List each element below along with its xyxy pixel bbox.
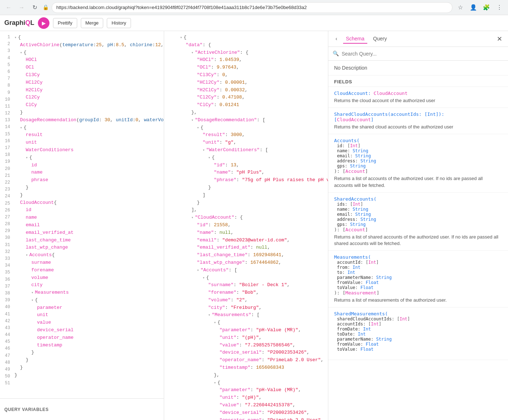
sharedaccounts-field-name[interactable]: SharedAccounts( xyxy=(334,196,502,202)
result-content: ▾{ "data": { ▾"ActiveChlorine": { "HOCl"… xyxy=(177,31,328,420)
result-line-numbers xyxy=(164,31,177,420)
schema-close-button[interactable]: ✕ xyxy=(495,34,504,44)
search-icon: 🔍 xyxy=(333,51,339,57)
result-panel[interactable]: ▾{ "data": { ▾"ActiveChlorine": { "HOCl"… xyxy=(164,31,328,420)
sharedmeasurements-field-name[interactable]: SharedMeasurements( xyxy=(334,311,502,316)
accounts-field-name[interactable]: Accounts( xyxy=(334,138,502,143)
app-header: GraphiQL ▶ Prettify Merge History xyxy=(0,15,508,31)
lock-icon: 🔒 xyxy=(43,4,49,10)
prettify-button[interactable]: Prettify xyxy=(53,18,77,28)
schema-field-sharedcloudaccounts: SharedCloudAccounts(accountIds: [Int]): … xyxy=(328,108,508,134)
sharedaccounts-return-type: ): [Account] xyxy=(334,227,502,232)
sharedmeasurements-field-desc xyxy=(334,353,502,356)
bookmark-button[interactable]: ☆ xyxy=(455,3,465,13)
measurements-field-desc: Returns a list of measurements of the au… xyxy=(334,297,502,303)
schema-field-cloudaccount: CloudAccount: CloudAccount Returns the c… xyxy=(328,87,508,108)
accounts-return-type: ): [Account] xyxy=(334,169,502,174)
query-editor[interactable]: ▾{ ActiveChlorine(temperature:25, pH:8.5… xyxy=(13,31,164,398)
fields-section-label: FIELDS xyxy=(328,75,508,87)
schema-panel: ‹ Schema Query ✕ 🔍 No Description FIELDS… xyxy=(328,31,508,420)
address-bar[interactable] xyxy=(52,2,452,13)
accounts-field-desc: Returns a list of accounts of the author… xyxy=(334,175,502,188)
back-button[interactable]: ← xyxy=(4,3,14,13)
sharedcloudaccounts-field-desc: Returns the shared cloud accounts of the… xyxy=(334,124,502,130)
schema-panel-header: ‹ Schema Query ✕ xyxy=(328,31,508,47)
schema-back-button[interactable]: ‹ xyxy=(333,34,340,44)
forward-button[interactable]: → xyxy=(17,3,27,13)
accounts-field-args: id: [Int] name: String email: String add… xyxy=(334,143,502,169)
editor-content[interactable]: 12345 678910 1112131415 1617181920 21222… xyxy=(0,31,164,398)
query-variables-section[interactable]: QUERY VARIABLES xyxy=(0,398,164,420)
query-variables-label: QUERY VARIABLES xyxy=(4,407,49,412)
schema-field-accounts: Accounts( id: [Int] name: String email: … xyxy=(328,134,508,192)
schema-field-sharedaccounts: SharedAccounts( ids: [Int] name: String … xyxy=(328,193,508,251)
measurements-return-type: ): [Measurement] xyxy=(334,290,502,296)
no-description-text: No Description xyxy=(328,61,508,75)
run-button[interactable]: ▶ xyxy=(38,17,49,29)
sharedaccounts-field-args: ids: [Int] name: String email: String ad… xyxy=(334,202,502,227)
schema-field-sharedmeasurements: SharedMeasurements( sharedCloudAccountId… xyxy=(328,307,508,360)
measurements-field-args: accountId: [Int] from: Int to: Int param… xyxy=(334,260,502,290)
reload-button[interactable]: ↻ xyxy=(30,3,40,13)
measurements-field-name[interactable]: Measurements( xyxy=(334,254,502,260)
main-layout: 12345 678910 1112131415 1617181920 21222… xyxy=(0,31,508,420)
profile-button[interactable]: 👤 xyxy=(468,3,478,13)
cloudaccount-field-name[interactable]: CloudAccount: CloudAccount xyxy=(334,91,502,96)
sharedaccounts-field-desc: Returns a list of shared accounts of the… xyxy=(334,234,502,247)
history-button[interactable]: History xyxy=(107,18,131,28)
schema-search-bar: 🔍 xyxy=(328,47,508,61)
editor-panel: 12345 678910 1112131415 1617181920 21222… xyxy=(0,31,164,420)
cloudaccount-field-desc: Returns the cloud account of the authori… xyxy=(334,97,502,104)
extension-button[interactable]: 🧩 xyxy=(481,3,491,13)
sharedcloudaccounts-field-name[interactable]: SharedCloudAccounts(accountIds: [Int]): … xyxy=(334,111,502,122)
schema-tab[interactable]: Schema xyxy=(343,34,367,44)
menu-button[interactable]: ⋮ xyxy=(494,3,504,13)
sharedmeasurements-field-args: sharedCloudAccountIds: [Int] accountIds:… xyxy=(334,316,502,352)
query-tab[interactable]: Query xyxy=(370,34,390,44)
schema-field-measurements: Measurements( accountId: [Int] from: Int… xyxy=(328,251,508,307)
merge-button[interactable]: Merge xyxy=(81,18,104,28)
schema-search-input[interactable] xyxy=(342,51,504,57)
schema-body: No Description FIELDS CloudAccount: Clou… xyxy=(328,61,508,420)
browser-bar: ← → ↻ 🔒 ☆ 👤 🧩 ⋮ xyxy=(0,0,508,15)
line-numbers: 12345 678910 1112131415 1617181920 21222… xyxy=(0,31,13,398)
app-logo: GraphiQL xyxy=(4,19,34,27)
